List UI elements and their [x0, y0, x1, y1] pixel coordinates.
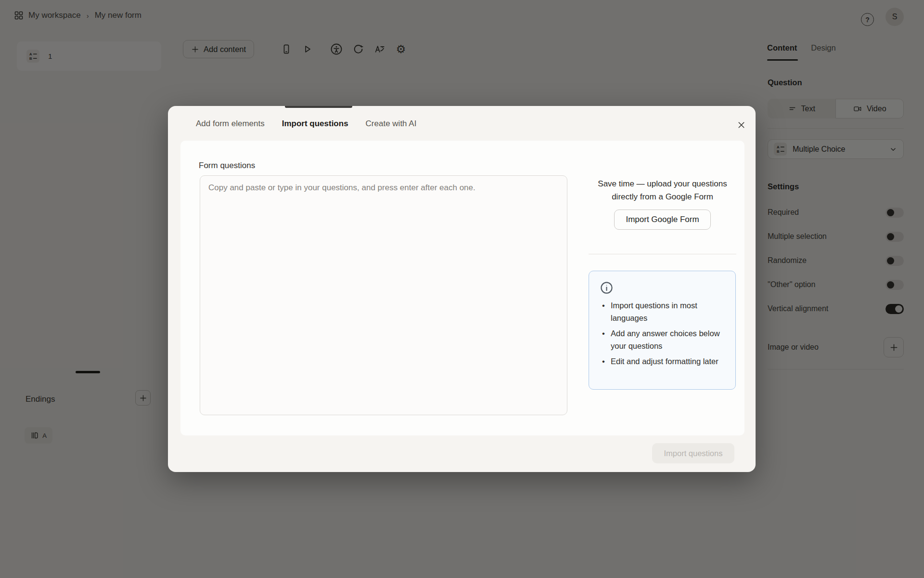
import-questions-submit-button[interactable]: Import questions [652, 443, 734, 463]
info-icon [600, 281, 614, 297]
tip-item: Add any answer choices below your questi… [601, 327, 727, 352]
questions-textarea[interactable] [200, 175, 567, 415]
google-import-heading-line1: Save time — upload your questions [589, 177, 736, 190]
close-icon[interactable] [734, 118, 748, 132]
modal-tabs: Add form elements Import questions Creat… [196, 119, 416, 129]
modal-content-panel: Form questions Save time — upload your q… [180, 141, 744, 435]
active-tab-indicator [285, 106, 352, 108]
app-root: My workspace › My new form ? S Add conte… [0, 0, 924, 578]
form-questions-label: Form questions [199, 161, 255, 171]
divider [589, 254, 736, 254]
google-import-heading: Save time — upload your questions direct… [589, 177, 736, 203]
tip-item: Edit and adjust formatting later [601, 355, 727, 368]
tip-item: Import questions in most languages [601, 299, 727, 324]
import-tips-box: Import questions in most languages Add a… [589, 271, 736, 390]
import-tips-list: Import questions in most languages Add a… [601, 299, 727, 370]
tab-add-form-elements[interactable]: Add form elements [196, 119, 265, 129]
tab-create-with-ai[interactable]: Create with AI [366, 119, 417, 129]
tab-import-questions[interactable]: Import questions [282, 119, 348, 129]
google-import-heading-line2: directly from a Google Form [589, 190, 736, 203]
import-google-form-button[interactable]: Import Google Form [614, 210, 711, 230]
import-questions-modal: Add form elements Import questions Creat… [168, 106, 756, 472]
